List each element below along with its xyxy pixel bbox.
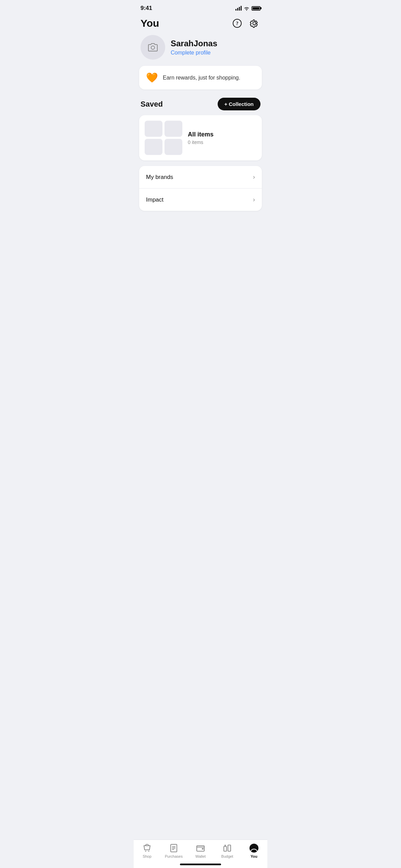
battery-icon xyxy=(252,6,260,11)
status-icons xyxy=(235,6,260,11)
all-items-info: All items 0 items xyxy=(188,131,214,145)
rewards-card[interactable]: 🧡 Earn rewards, just for shopping. xyxy=(139,66,262,89)
grid-item-3 xyxy=(145,139,162,155)
saved-title: Saved xyxy=(141,100,163,109)
camera-icon xyxy=(148,43,158,52)
header-actions: ? xyxy=(231,17,260,29)
header: You ? xyxy=(134,14,267,35)
complete-profile-link[interactable]: Complete profile xyxy=(171,50,217,56)
status-bar: 9:41 xyxy=(134,0,267,14)
add-collection-button[interactable]: + Collection xyxy=(218,98,260,110)
impact-item[interactable]: Impact › xyxy=(139,188,262,211)
help-button[interactable]: ? xyxy=(231,17,243,29)
my-brands-chevron-icon: › xyxy=(253,173,255,181)
settings-button[interactable] xyxy=(248,17,260,29)
grid-item-1 xyxy=(145,121,162,137)
rewards-text: Earn rewards, just for shopping. xyxy=(163,75,240,81)
main-content: SarahJonas Complete profile 🧡 Earn rewar… xyxy=(134,35,267,251)
profile-username: SarahJonas xyxy=(171,39,217,48)
grid-item-4 xyxy=(165,139,182,155)
profile-info: SarahJonas Complete profile xyxy=(171,39,217,56)
impact-label: Impact xyxy=(146,196,163,203)
items-grid xyxy=(145,121,182,155)
all-items-label: All items xyxy=(188,131,214,138)
my-brands-label: My brands xyxy=(146,174,173,181)
wifi-icon xyxy=(244,6,250,11)
avatar[interactable] xyxy=(141,35,165,60)
rewards-emoji: 🧡 xyxy=(146,72,158,83)
impact-chevron-icon: › xyxy=(253,196,255,203)
svg-text:?: ? xyxy=(236,21,239,26)
all-items-count: 0 items xyxy=(188,140,214,145)
status-time: 9:41 xyxy=(141,5,152,12)
all-items-card[interactable]: All items 0 items xyxy=(139,115,262,160)
profile-section: SarahJonas Complete profile xyxy=(139,35,262,60)
saved-header: Saved + Collection xyxy=(139,98,262,110)
menu-card: My brands › Impact › xyxy=(139,166,262,211)
svg-point-2 xyxy=(151,46,155,49)
page-title: You xyxy=(141,17,159,29)
signal-icon xyxy=(235,6,242,11)
my-brands-item[interactable]: My brands › xyxy=(139,166,262,188)
grid-item-2 xyxy=(165,121,182,137)
